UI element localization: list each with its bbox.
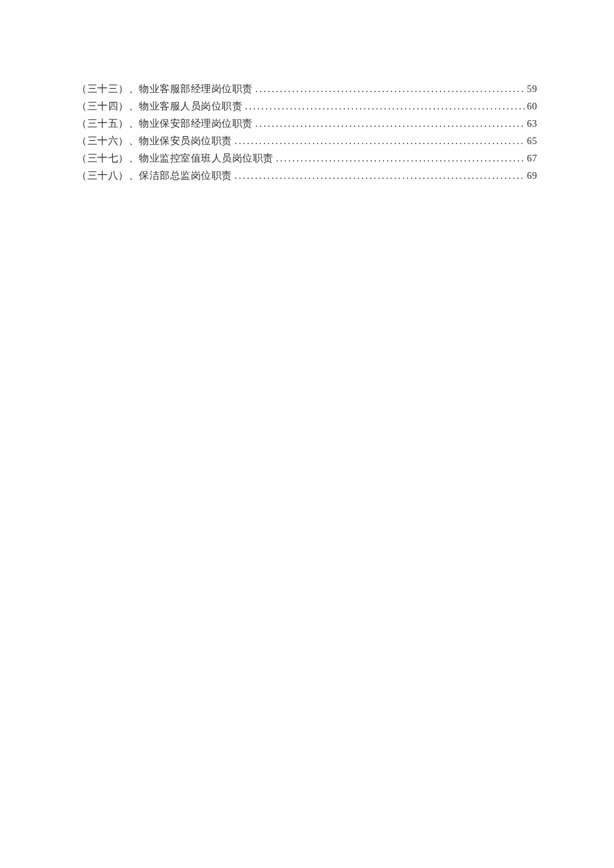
toc-entry-title: 保洁部总监岗位职责 (139, 167, 232, 184)
table-of-contents: （三十三）、 物业客服部经理岗位职责 59 （三十四）、 物业客服人员岗位职责 … (77, 80, 537, 184)
toc-entry: （三十四）、 物业客服人员岗位职责 60 (77, 97, 537, 115)
toc-entry-page: 63 (527, 115, 538, 132)
toc-entry-page: 67 (527, 149, 538, 167)
toc-entry-number: （三十四）、 (77, 97, 139, 115)
toc-entry: （三十三）、 物业客服部经理岗位职责 59 (77, 80, 537, 97)
toc-leader-dots (276, 149, 525, 167)
toc-entry-page: 65 (527, 132, 538, 149)
toc-entry-page: 59 (527, 80, 538, 97)
toc-entry: （三十八）、 保洁部总监岗位职责 69 (77, 167, 537, 184)
toc-entry-number: （三十八）、 (77, 167, 139, 184)
toc-entry-page: 69 (527, 167, 538, 184)
toc-entry: （三十七）、 物业监控室值班人员岗位职责 67 (77, 149, 537, 167)
toc-leader-dots (256, 115, 525, 132)
toc-leader-dots (245, 97, 525, 115)
toc-entry: （三十五）、 物业保安部经理岗位职责 63 (77, 115, 537, 132)
toc-entry-title: 物业客服人员岗位职责 (139, 97, 242, 115)
toc-leader-dots (256, 80, 525, 97)
toc-entry-page: 60 (527, 97, 538, 115)
toc-entry-number: （三十五）、 (77, 115, 139, 132)
toc-entry-number: （三十七）、 (77, 149, 139, 167)
toc-entry-title: 物业监控室值班人员岗位职责 (139, 149, 274, 167)
toc-entry-number: （三十六）、 (77, 132, 139, 149)
toc-leader-dots (235, 167, 525, 184)
toc-entry-title: 物业保安员岗位职责 (139, 132, 232, 149)
toc-entry: （三十六）、 物业保安员岗位职责 65 (77, 132, 537, 149)
toc-leader-dots (235, 132, 525, 149)
toc-entry-title: 物业保安部经理岗位职责 (139, 115, 253, 132)
toc-entry-number: （三十三）、 (77, 80, 139, 97)
toc-entry-title: 物业客服部经理岗位职责 (139, 80, 253, 97)
